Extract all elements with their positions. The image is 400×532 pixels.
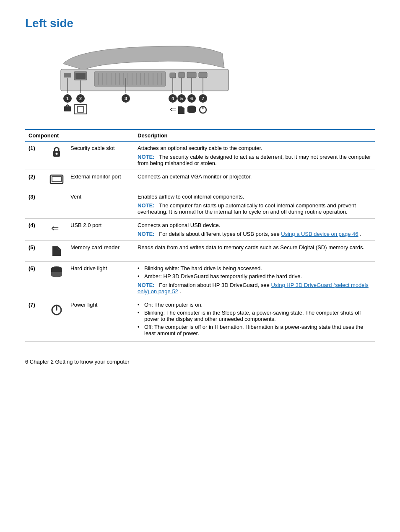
row-component-name: Security cable slot [67, 142, 134, 170]
list-item: On: The computer is on. [138, 302, 371, 308]
header-component: Component [25, 129, 134, 142]
row-num: (1) [25, 142, 46, 170]
note-block: NOTE: For information about HP 3D DriveG… [138, 282, 371, 294]
svg-rect-47 [78, 106, 83, 112]
svg-point-68 [51, 273, 62, 277]
desc-main: Reads data from and writes data to memor… [138, 244, 371, 251]
svg-text:⇐: ⇐ [170, 105, 176, 114]
row-description: Connects an optional USB device. NOTE: F… [134, 219, 375, 241]
svg-rect-20 [75, 73, 86, 79]
row-description: Reads data from and writes data to memor… [134, 241, 375, 262]
table-row: (4) ⇐ USB 2.0 port Connects an optional … [25, 219, 375, 241]
header-description: Description [134, 129, 375, 142]
svg-rect-22 [179, 72, 184, 78]
row-icon [46, 142, 67, 170]
svg-text:⇐: ⇐ [51, 223, 59, 233]
row-description: Enables airflow to cool internal compone… [134, 190, 375, 219]
row-description: Connects an external VGA monitor or proj… [134, 170, 375, 190]
row-icon [46, 241, 67, 262]
list-item: Blinking: The computer is in the Sleep s… [138, 310, 371, 322]
svg-text:2: 2 [79, 96, 82, 101]
note-block: NOTE: The security cable is designed to … [138, 154, 371, 166]
svg-text:6: 6 [190, 96, 193, 101]
row-num: (7) [25, 298, 46, 342]
svg-point-59 [56, 153, 58, 155]
svg-text:7: 7 [202, 96, 204, 101]
row-num: (6) [25, 262, 46, 298]
row-description: Blinking white: The hard drive is being … [134, 262, 375, 298]
svg-marker-49 [178, 106, 184, 114]
row-icon: ⇐ [46, 219, 67, 241]
svg-rect-57 [64, 106, 71, 111]
page-title: Left side [25, 17, 375, 30]
svg-rect-18 [64, 73, 71, 77]
svg-rect-1 [94, 72, 166, 86]
row-icon [46, 262, 67, 298]
row-description: On: The computer is on. Blinking: The co… [134, 298, 375, 342]
list-item: Amber: HP 3D DriveGuard has temporarily … [138, 273, 371, 279]
table-row: (2) External monitor port Connects an ex… [25, 170, 375, 190]
row-num: (4) [25, 219, 46, 241]
row-component-name: Power light [67, 298, 134, 342]
svg-rect-21 [170, 73, 176, 78]
table-row: (3) Vent Enables airflow to cool interna… [25, 190, 375, 219]
table-row: (6) Hard drive light Blinking white: The… [25, 262, 375, 298]
bullet-list: On: The computer is on. Blinking: The co… [138, 302, 371, 336]
svg-text:1: 1 [66, 96, 69, 101]
list-item: Blinking white: The hard drive is being … [138, 265, 371, 271]
table-row: (7) Power light On: The computer is on. … [25, 298, 375, 342]
list-item: Off: The computer is off or in Hibernati… [138, 324, 371, 336]
usb-link[interactable]: Using a USB device on page 46 [281, 231, 358, 237]
laptop-diagram: 1 2 3 4 5 6 7 ⇐ [29, 39, 375, 121]
row-icon [46, 170, 67, 190]
row-component-name: Hard drive light [67, 262, 134, 298]
desc-main: Enables airflow to cool internal compone… [138, 194, 371, 200]
note-block: NOTE: The computer fan starts up automat… [138, 202, 371, 215]
desc-main: Attaches an optional security cable to t… [138, 145, 371, 151]
svg-marker-63 [52, 246, 61, 256]
row-component-name: USB 2.0 port [67, 219, 134, 241]
row-component-name: External monitor port [67, 170, 134, 190]
row-num: (3) [25, 190, 46, 219]
svg-text:5: 5 [180, 96, 183, 101]
table-row: (1) Security cable slot Attaches an opti… [25, 142, 375, 170]
svg-rect-61 [52, 177, 61, 182]
row-icon [46, 190, 67, 219]
row-description: Attaches an optional security cable to t… [134, 142, 375, 170]
row-icon [46, 298, 67, 342]
note-block: NOTE: For details about different types … [138, 231, 371, 237]
desc-main: Connects an optional USB device. [138, 222, 371, 228]
bullet-list: Blinking white: The hard drive is being … [138, 265, 371, 279]
svg-rect-24 [199, 72, 207, 78]
svg-point-54 [187, 110, 196, 113]
row-num: (5) [25, 241, 46, 262]
row-num: (2) [25, 170, 46, 190]
svg-text:3: 3 [125, 96, 127, 101]
row-component-name: Vent [67, 190, 134, 219]
page-footer: 6 Chapter 2 Getting to know your compute… [25, 359, 375, 365]
components-table: Component Description (1) Security cable… [25, 129, 375, 342]
row-component-name: Memory card reader [67, 241, 134, 262]
svg-rect-23 [187, 72, 196, 78]
table-row: (5) Memory card reader Reads data from a… [25, 241, 375, 262]
desc-main: Connects an external VGA monitor or proj… [138, 173, 371, 180]
svg-text:4: 4 [171, 96, 174, 101]
